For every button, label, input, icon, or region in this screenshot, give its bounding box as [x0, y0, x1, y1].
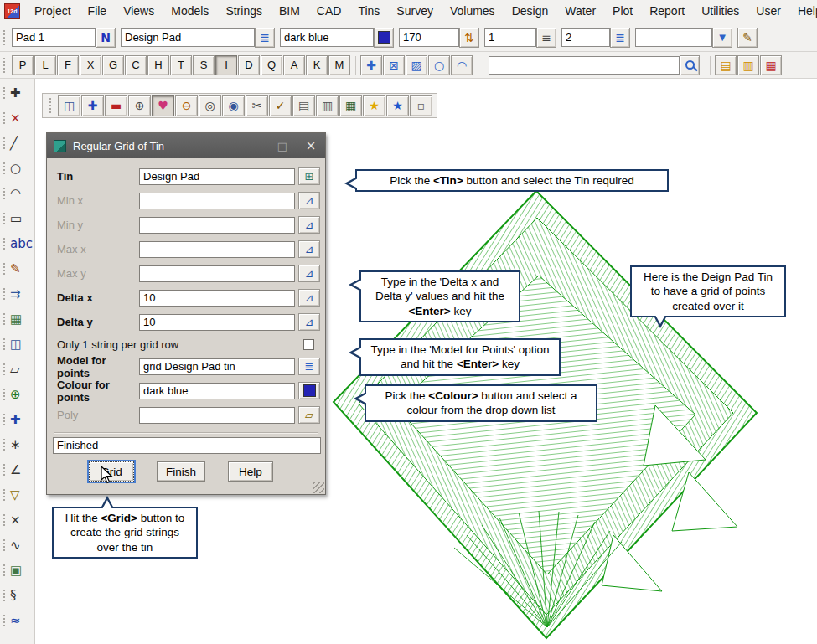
menu-item[interactable]: Models — [163, 0, 217, 23]
cad-letter-button[interactable]: T — [170, 55, 192, 75]
style-picker-button[interactable]: ≣ — [610, 28, 630, 48]
snap-hatch-icon[interactable]: ▨ — [406, 55, 427, 75]
dialog-titlebar[interactable]: Regular Grid of Tin — □ × — [47, 133, 325, 158]
weight-input[interactable] — [484, 28, 536, 47]
snap-box-icon[interactable]: ⊠ — [383, 55, 405, 75]
cad-letter-button[interactable]: I — [215, 55, 237, 75]
cad-letter-button[interactable]: L — [34, 55, 56, 75]
table-icon[interactable]: ▦ — [760, 55, 782, 75]
style-input[interactable] — [561, 28, 610, 47]
min-x-picker-button[interactable]: ⊿ — [298, 192, 320, 209]
brush-tool-icon[interactable]: ✎ — [0, 256, 34, 281]
finish-button[interactable]: Finish — [157, 461, 205, 482]
maximize-button[interactable]: □ — [268, 133, 297, 158]
menu-item[interactable]: Strings — [217, 0, 271, 23]
model-picker-button[interactable]: ≣ — [255, 28, 275, 48]
burst-tool-icon[interactable]: ∗ — [0, 432, 34, 457]
cad-letter-button[interactable]: F — [57, 55, 79, 75]
model-for-points-input[interactable] — [139, 358, 295, 375]
zoom-previous-icon[interactable]: ◉ — [222, 95, 245, 116]
plan-view-icon[interactable]: ◫ — [58, 95, 80, 116]
views-tool-icon[interactable]: ◫ — [0, 332, 34, 357]
symbol-tool-icon[interactable]: § — [0, 583, 34, 608]
cad-letter-button[interactable]: X — [80, 55, 101, 75]
menu-item[interactable]: User — [747, 0, 789, 23]
print-icon[interactable]: ▤ — [292, 95, 315, 116]
menu-item[interactable]: Volumes — [442, 0, 504, 23]
sheet-icon[interactable]: ▦ — [339, 95, 362, 116]
favourites-star-icon[interactable]: ★ — [363, 95, 385, 116]
weight-picker-button[interactable]: ≡ — [536, 28, 556, 48]
polygon-tool-icon[interactable]: ▱ — [0, 357, 34, 382]
menu-item[interactable]: File — [80, 0, 116, 23]
remove-view-icon[interactable]: ▬ — [105, 95, 127, 116]
minimize-button[interactable]: — — [240, 133, 268, 158]
cad-letter-button[interactable]: G — [102, 55, 124, 75]
menu-item[interactable]: Survey — [388, 0, 442, 23]
min-y-picker-button[interactable]: ⊿ — [298, 216, 320, 234]
menu-item[interactable]: CAD — [308, 0, 350, 23]
cad-letter-button[interactable]: D — [238, 55, 260, 75]
menu-item[interactable]: Plot — [604, 0, 641, 23]
delta-x-input[interactable] — [139, 290, 295, 307]
copy-icon[interactable]: ▥ — [316, 95, 339, 116]
snap-arc-icon[interactable]: ◠ — [451, 55, 473, 75]
cad-letter-button[interactable]: C — [125, 55, 147, 75]
colour-for-points-input[interactable] — [139, 383, 295, 399]
pick-check-icon[interactable]: ✓ — [269, 95, 292, 116]
poly-picker-button[interactable]: ▱ — [298, 406, 320, 424]
grid-tool-icon[interactable]: ▦ — [0, 307, 34, 332]
delta-y-input[interactable] — [139, 314, 295, 331]
cad-letter-button[interactable]: M — [328, 55, 350, 75]
wave-tool-icon[interactable]: ≈ — [0, 608, 34, 633]
name-box-button[interactable]: N — [96, 28, 116, 48]
cut-icon[interactable]: ✂ — [246, 95, 268, 116]
pan-tool-icon[interactable]: ✚ — [0, 80, 34, 106]
menu-item[interactable]: Water — [556, 0, 604, 23]
zoom-in-icon[interactable]: ⊕ — [128, 95, 151, 116]
taper-tool-icon[interactable]: ▽ — [0, 482, 34, 507]
menu-item[interactable]: Help — [789, 0, 817, 23]
delta-x-picker-button[interactable]: ⊿ — [298, 289, 320, 307]
max-y-picker-button[interactable]: ⊿ — [298, 265, 320, 282]
curve-tool-icon[interactable]: ∿ — [0, 533, 34, 558]
toolbar-grip[interactable] — [49, 98, 54, 113]
menu-item[interactable]: Tins — [349, 0, 388, 23]
colour-picker-button[interactable] — [298, 382, 320, 399]
import-icon[interactable]: ▥ — [737, 55, 759, 75]
image-tool-icon[interactable]: ▣ — [0, 558, 34, 583]
cad-letter-button[interactable]: S — [193, 55, 215, 75]
menu-item[interactable]: Views — [115, 0, 163, 23]
menu-item[interactable]: Report — [641, 0, 693, 23]
menu-item[interactable]: BIM — [271, 0, 308, 23]
delete-tool-icon[interactable]: × — [0, 106, 34, 131]
model-picker-button[interactable]: ≣ — [298, 358, 320, 375]
zoom-pick-icon[interactable]: ♥ — [152, 95, 174, 116]
add-view-icon[interactable]: ✚ — [81, 95, 104, 116]
tin-input[interactable] — [139, 168, 295, 185]
menu-item[interactable]: Design — [504, 0, 557, 23]
cad-letter-button[interactable]: Q — [261, 55, 282, 75]
one-string-checkbox[interactable] — [303, 339, 314, 350]
circle-tool-icon[interactable]: ○ — [0, 156, 34, 181]
zoom-window-icon[interactable]: ◎ — [199, 95, 221, 116]
string-name-input[interactable] — [12, 28, 96, 47]
models-star-icon[interactable]: ★ — [386, 95, 409, 116]
edit-pencil-button[interactable]: ✎ — [737, 28, 758, 48]
max-x-picker-button[interactable]: ⊿ — [298, 240, 320, 258]
menu-item[interactable]: Project — [26, 0, 80, 23]
cad-letter-button[interactable]: K — [306, 55, 328, 75]
menu-item[interactable]: Utilities — [693, 0, 747, 23]
pane-icon[interactable]: ▫ — [410, 95, 432, 116]
delta-y-picker-button[interactable]: ⊿ — [298, 313, 320, 331]
extra-input[interactable] — [635, 28, 712, 47]
colour-picker-button[interactable] — [374, 28, 394, 48]
min-x-input[interactable] — [139, 193, 295, 209]
min-y-input[interactable] — [139, 217, 295, 234]
snap-point-icon[interactable]: ✚ — [360, 55, 382, 75]
line-tool-icon[interactable]: ╱ — [0, 131, 34, 156]
colour-input[interactable] — [280, 28, 374, 47]
tin-picker-button[interactable]: ⊞ — [298, 167, 320, 185]
toolbar-grip[interactable] — [3, 30, 8, 45]
zoom-out-icon[interactable]: ⊖ — [175, 95, 198, 116]
